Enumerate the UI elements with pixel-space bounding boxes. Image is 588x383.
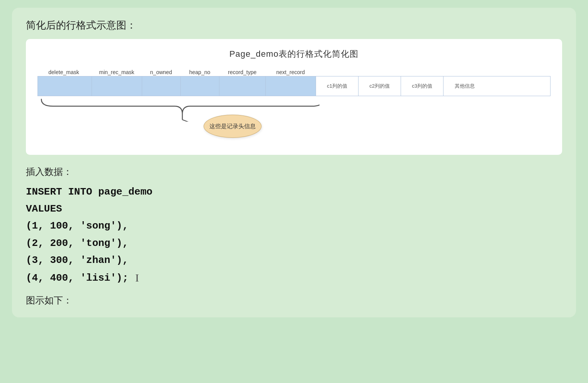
- label-other-spacer: [443, 69, 486, 75]
- label-record-type: record_type: [219, 69, 265, 75]
- cell-min-rec-mask: [92, 76, 142, 96]
- cell-delete-mask: [38, 76, 92, 96]
- brace-section: 这些是记录头信息: [37, 98, 551, 141]
- code-block: INSERT INTO page_demo VALUES (1, 100, 's…: [26, 183, 562, 287]
- column-labels-wrapper: delete_mask min_rec_mask n_owned heap_no…: [37, 69, 551, 75]
- section-title: 简化后的行格式示意图：: [26, 19, 562, 32]
- code-line-0: INSERT INTO page_demo: [26, 183, 562, 200]
- brace-svg: [37, 98, 319, 122]
- cell-c1: c1列的值: [316, 76, 359, 96]
- record-row: c1列的值 c2列的值 c3列的值 其他信息: [37, 76, 551, 96]
- label-min-rec-mask: min_rec_mask: [92, 69, 142, 75]
- label-n-owned: n_owned: [142, 69, 180, 75]
- cell-c3: c3列的值: [401, 76, 444, 96]
- code-line-1: VALUES: [26, 200, 562, 217]
- cell-next-record: [266, 76, 316, 96]
- diagram-title: Page_demo表的行格式化简化图: [37, 48, 551, 60]
- cell-c2: c2列的值: [359, 76, 401, 96]
- cell-record-type: [219, 76, 266, 96]
- label-c2-spacer: [358, 69, 401, 75]
- diagram-card: Page_demo表的行格式化简化图 delete_mask min_rec_m…: [26, 39, 562, 155]
- cell-n-owned: [142, 76, 181, 96]
- svg-line-1: [182, 120, 200, 122]
- footer-label: 图示如下：: [26, 294, 562, 307]
- label-heap-no: heap_no: [180, 69, 219, 75]
- code-line-4: (3, 300, 'zhan'),: [26, 252, 562, 269]
- cursor-icon: I: [135, 269, 139, 287]
- label-c3-spacer: [401, 69, 443, 75]
- label-delete-mask: delete_mask: [37, 69, 92, 75]
- label-c1-spacer: [316, 69, 358, 75]
- code-line-2: (1, 100, 'song'),: [26, 217, 562, 234]
- cell-other: 其他信息: [444, 76, 486, 96]
- code-line-5: (4, 400, 'lisi');: [26, 269, 128, 286]
- insert-label: 插入数据：: [26, 166, 562, 178]
- cell-heap-no: [181, 76, 219, 96]
- code-line-3: (2, 200, 'tong'),: [26, 235, 562, 252]
- tooltip-bubble: 这些是记录头信息: [204, 115, 262, 138]
- label-next-record: next_record: [265, 69, 316, 75]
- outer-card: 简化后的行格式示意图： Page_demo表的行格式化简化图 delete_ma…: [12, 8, 576, 317]
